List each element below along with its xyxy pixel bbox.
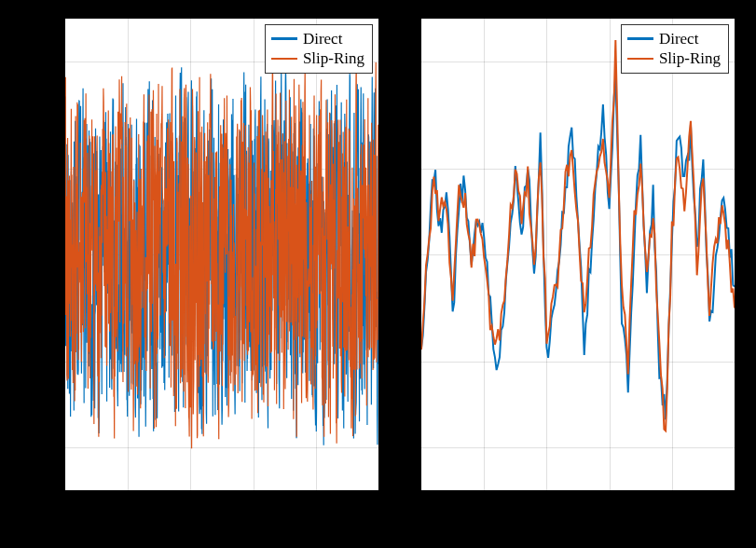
legend-label-slip-ring: Slip-Ring [659, 48, 721, 68]
legend-swatch-direct [627, 37, 653, 40]
legend-left: Direct Slip-Ring [265, 24, 373, 74]
legend-label-direct: Direct [659, 29, 698, 48]
legend-entry-slip-ring: Slip-Ring [627, 48, 721, 68]
chart-panel-left: Direct Slip-Ring [63, 17, 380, 492]
legend-label-slip-ring: Slip-Ring [303, 48, 364, 68]
chart-panel-right: Direct Slip-Ring [419, 17, 736, 492]
legend-swatch-direct [271, 37, 297, 40]
data-series-left [65, 19, 378, 490]
legend-right: Direct Slip-Ring [621, 24, 729, 74]
legend-entry-direct: Direct [627, 29, 721, 48]
legend-entry-slip-ring: Slip-Ring [271, 48, 364, 68]
legend-entry-direct: Direct [271, 29, 364, 48]
plot-area-left: Direct Slip-Ring [63, 17, 380, 492]
legend-swatch-slip-ring [271, 58, 297, 61]
legend-label-direct: Direct [303, 29, 342, 48]
legend-swatch-slip-ring [627, 58, 653, 61]
data-series-right [421, 19, 735, 490]
plot-area-right: Direct Slip-Ring [419, 17, 736, 492]
